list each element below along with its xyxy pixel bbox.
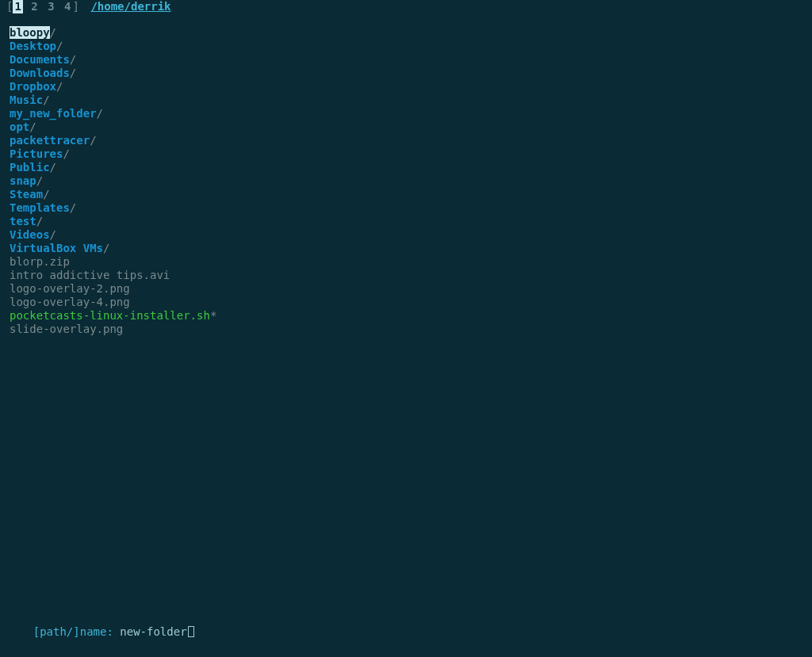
directory-name: VirtualBox VMs (10, 242, 103, 254)
tab-4[interactable]: 4 (63, 0, 72, 13)
list-item[interactable]: Desktop/ (10, 40, 806, 53)
list-item[interactable]: test/ (10, 215, 806, 228)
bracket-close: ] (73, 0, 79, 13)
list-item[interactable]: bloopy/ (10, 26, 806, 40)
dir-suffix-icon: / (90, 134, 96, 147)
directory-name: packettracer (10, 134, 90, 147)
directory-name: Templates (10, 201, 70, 214)
list-item[interactable]: packettracer/ (10, 134, 806, 147)
terminal-screen: [1 2 3 4] /home/derrik bloopy/Desktop/Do… (0, 0, 812, 657)
file-name: logo-overlay-4.png (10, 296, 130, 308)
dir-suffix-icon: / (56, 40, 63, 52)
list-item[interactable]: Templates/ (10, 201, 806, 215)
dir-suffix-icon: / (29, 120, 36, 133)
list-item[interactable]: Public/ (10, 161, 806, 174)
list-item[interactable]: logo-overlay-2.png (10, 282, 806, 296)
dir-suffix-icon: / (63, 147, 69, 160)
file-name: slide-overlay.png (10, 323, 123, 335)
directory-name: my_new_folder (10, 107, 97, 120)
list-item[interactable]: opt/ (10, 120, 806, 134)
dir-suffix-icon: / (43, 94, 49, 106)
list-item[interactable]: VirtualBox VMs/ (10, 242, 806, 255)
list-item[interactable]: Music/ (10, 94, 806, 107)
directory-name: snap (10, 174, 36, 187)
list-item[interactable]: slide-overlay.png (10, 323, 806, 336)
dir-suffix-icon: / (43, 188, 49, 201)
prompt-input[interactable]: new-folder (120, 625, 186, 638)
list-item[interactable]: Videos/ (10, 228, 806, 242)
list-item[interactable]: Steam/ (10, 188, 806, 201)
directory-name: Videos (10, 228, 50, 241)
directory-name: opt (10, 120, 29, 133)
directory-name: Music (10, 94, 43, 106)
file-name: logo-overlay-2.png (10, 282, 130, 295)
file-listing: bloopy/Desktop/Documents/Downloads/Dropb… (0, 23, 812, 336)
command-prompt[interactable]: [path/]name: new-folder (6, 612, 194, 652)
directory-name: bloopy (10, 26, 50, 39)
tab-2[interactable]: 2 (29, 0, 39, 13)
exec-suffix-icon: * (210, 309, 216, 322)
current-path[interactable]: /home/derrik (90, 0, 170, 13)
directory-name: test (10, 215, 36, 227)
dir-suffix-icon: / (70, 67, 76, 79)
list-item[interactable]: snap/ (10, 174, 806, 188)
dir-suffix-icon: / (103, 242, 109, 254)
prompt-label: [path/]name: (33, 625, 121, 638)
directory-name: Downloads (10, 67, 70, 79)
tab-3[interactable]: 3 (46, 0, 56, 13)
list-item[interactable]: my_new_folder/ (10, 107, 806, 120)
list-item[interactable]: Downloads/ (10, 67, 806, 80)
executable-name: pocketcasts-linux-installer.sh (10, 309, 210, 322)
directory-name: Desktop (10, 40, 56, 52)
cursor-icon (188, 626, 194, 637)
directory-name: Public (10, 161, 50, 174)
list-item[interactable]: blorp.zip (10, 255, 806, 269)
dir-suffix-icon: / (70, 201, 76, 214)
dir-suffix-icon: / (50, 228, 56, 241)
top-bar: [1 2 3 4] /home/derrik (0, 0, 812, 13)
list-item[interactable]: pocketcasts-linux-installer.sh* (10, 309, 806, 323)
list-item[interactable]: logo-overlay-4.png (10, 296, 806, 309)
file-name: blorp.zip (10, 255, 70, 268)
list-item[interactable]: Dropbox/ (10, 80, 806, 94)
tab-1[interactable]: 1 (13, 0, 22, 13)
directory-name: Dropbox (10, 80, 56, 93)
list-item[interactable]: Pictures/ (10, 147, 806, 161)
directory-name: Pictures (10, 147, 63, 160)
dir-suffix-icon: / (70, 53, 76, 66)
dir-suffix-icon: / (50, 26, 56, 39)
dir-suffix-icon: / (56, 80, 63, 93)
directory-name: Steam (10, 188, 43, 201)
list-item[interactable]: intro addictive tips.avi (10, 269, 806, 282)
dir-suffix-icon: / (36, 215, 43, 227)
dir-suffix-icon: / (50, 161, 56, 174)
list-item[interactable]: Documents/ (10, 53, 806, 67)
dir-suffix-icon: / (36, 174, 43, 187)
dir-suffix-icon: / (97, 107, 103, 120)
file-name: intro addictive tips.avi (10, 269, 170, 281)
directory-name: Documents (10, 53, 70, 66)
